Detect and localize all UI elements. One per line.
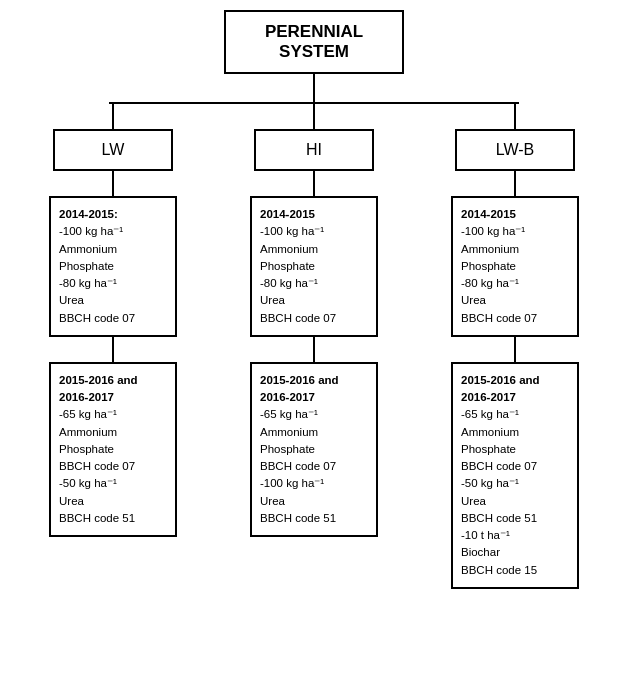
diagram: PERENNIAL SYSTEM LW 2014-2015: -100 kg h… [10, 10, 618, 589]
lw-child2-box: 2015-2016 and 2016-2017 -65 kg ha⁻¹ Ammo… [49, 362, 177, 537]
hi-child1-line1: -100 kg ha⁻¹ [260, 225, 324, 237]
lwb-child-drop1 [514, 171, 516, 196]
lwb-child2-line1: -65 kg ha⁻¹ [461, 408, 519, 420]
lwb-child2-line8: Biochar [461, 546, 500, 558]
lw-child2-line6: BBCH code 51 [59, 512, 135, 524]
lw-child1-line5: BBCH code 07 [59, 312, 135, 324]
column-lw: LW 2014-2015: -100 kg ha⁻¹ Ammonium Phos… [24, 104, 202, 537]
root-drop-line [313, 74, 315, 102]
lw-child1-line1: -100 kg ha⁻¹ [59, 225, 123, 237]
root-line2: SYSTEM [279, 42, 349, 61]
lwb-child2-title: 2015-2016 and 2016-2017 [461, 374, 540, 403]
lw-child1-line4: Urea [59, 294, 84, 306]
lwb-child2-line6: BBCH code 51 [461, 512, 537, 524]
lwb-child1-line2: Ammonium Phosphate [461, 243, 519, 272]
hi-child1-line4: Urea [260, 294, 285, 306]
hi-child1-box: 2014-2015 -100 kg ha⁻¹ Ammonium Phosphat… [250, 196, 378, 337]
lwb-child2-line5: Urea [461, 495, 486, 507]
lwb-child2-line3: BBCH code 07 [461, 460, 537, 472]
hi-drop-line [313, 104, 315, 129]
hi-child-drop2 [313, 337, 315, 362]
root-box: PERENNIAL SYSTEM [224, 10, 404, 74]
lwb-child2-line9: BBCH code 15 [461, 564, 537, 576]
lwb-child1-line1: -100 kg ha⁻¹ [461, 225, 525, 237]
lw-child2-line2: Ammonium Phosphate [59, 426, 117, 455]
hi-child2-box: 2015-2016 and 2016-2017 -65 kg ha⁻¹ Ammo… [250, 362, 378, 537]
hi-child2-line6: BBCH code 51 [260, 512, 336, 524]
lw-child1-line2: Ammonium Phosphate [59, 243, 117, 272]
lwb-child1-box: 2014-2015 -100 kg ha⁻¹ Ammonium Phosphat… [451, 196, 579, 337]
hi-label-box: HI [254, 129, 374, 171]
root-line1: PERENNIAL [265, 22, 363, 41]
lw-child1-title: 2014-2015: [59, 208, 118, 220]
lwb-children-area: 2014-2015 -100 kg ha⁻¹ Ammonium Phosphat… [426, 171, 604, 589]
lwb-child-drop2 [514, 337, 516, 362]
lw-child1-line3: -80 kg ha⁻¹ [59, 277, 117, 289]
hi-child2-line2: Ammonium Phosphate [260, 426, 318, 455]
top-horizontal-bar [109, 102, 519, 104]
lw-label: LW [102, 141, 125, 158]
lw-child1-box: 2014-2015: -100 kg ha⁻¹ Ammonium Phospha… [49, 196, 177, 337]
hi-child2-line1: -65 kg ha⁻¹ [260, 408, 318, 420]
hi-child-drop1 [313, 171, 315, 196]
column-lwb: LW-B 2014-2015 -100 kg ha⁻¹ Ammonium Pho… [426, 104, 604, 589]
lw-child2-line1: -65 kg ha⁻¹ [59, 408, 117, 420]
lw-child2-title: 2015-2016 and 2016-2017 [59, 374, 138, 403]
hi-child1-title: 2014-2015 [260, 208, 315, 220]
lwb-drop-line [514, 104, 516, 129]
hi-child1-line3: -80 kg ha⁻¹ [260, 277, 318, 289]
hi-children-area: 2014-2015 -100 kg ha⁻¹ Ammonium Phosphat… [225, 171, 403, 537]
lw-child-drop2 [112, 337, 114, 362]
hi-child2-line5: Urea [260, 495, 285, 507]
lwb-child1-line5: BBCH code 07 [461, 312, 537, 324]
lwb-label: LW-B [496, 141, 535, 158]
lwb-child1-line3: -80 kg ha⁻¹ [461, 277, 519, 289]
hi-child1-line2: Ammonium Phosphate [260, 243, 318, 272]
lwb-child2-line4: -50 kg ha⁻¹ [461, 477, 519, 489]
hi-child1-line5: BBCH code 07 [260, 312, 336, 324]
lwb-child2-box: 2015-2016 and 2016-2017 -65 kg ha⁻¹ Ammo… [451, 362, 579, 589]
hi-label: HI [306, 141, 322, 158]
hi-child2-title: 2015-2016 and 2016-2017 [260, 374, 339, 403]
lwb-label-box: LW-B [455, 129, 575, 171]
hi-child2-line4: -100 kg ha⁻¹ [260, 477, 324, 489]
top-horizontal-bar-wrapper [24, 102, 604, 104]
column-hi: HI 2014-2015 -100 kg ha⁻¹ Ammonium Phosp… [225, 104, 403, 537]
lw-child-drop1 [112, 171, 114, 196]
hi-child2-line3: BBCH code 07 [260, 460, 336, 472]
three-columns: LW 2014-2015: -100 kg ha⁻¹ Ammonium Phos… [24, 104, 604, 589]
lw-child2-line3: BBCH code 07 [59, 460, 135, 472]
lwb-child2-line7: -10 t ha⁻¹ [461, 529, 510, 541]
lw-child2-line4: -50 kg ha⁻¹ [59, 477, 117, 489]
lwb-child1-line4: Urea [461, 294, 486, 306]
lw-child2-line5: Urea [59, 495, 84, 507]
lw-drop-line [112, 104, 114, 129]
lw-label-box: LW [53, 129, 173, 171]
lw-children-area: 2014-2015: -100 kg ha⁻¹ Ammonium Phospha… [24, 171, 202, 537]
lwb-child2-line2: Ammonium Phosphate [461, 426, 519, 455]
lwb-child1-title: 2014-2015 [461, 208, 516, 220]
